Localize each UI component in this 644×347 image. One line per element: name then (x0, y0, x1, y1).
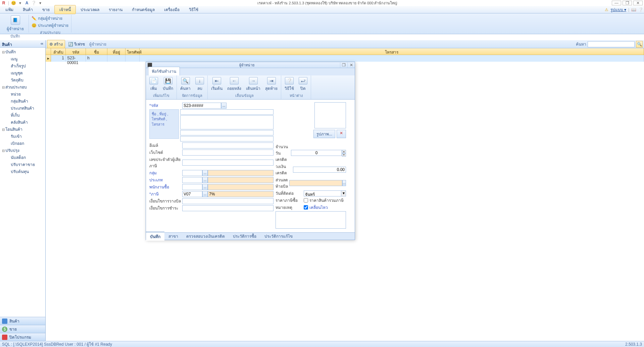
warning-icon[interactable]: ⚠ (605, 7, 608, 12)
tree-node[interactable]: เมนู (1, 55, 45, 62)
grid-row[interactable]: ▸ 1 S23-00001 h (46, 55, 644, 62)
col-seq[interactable]: ลำดับ (51, 48, 66, 55)
tree-node[interactable]: ที่เก็บ (1, 112, 45, 119)
tree-node[interactable]: ปรับต้นทุน (1, 168, 45, 175)
minimize-btn[interactable]: — (612, 1, 621, 5)
credit-limit-input[interactable] (293, 167, 346, 173)
ribbon-vendor-group[interactable]: ✏️กลุ่มผู้จำหน่าย (32, 15, 68, 22)
tree-node[interactable]: คลังสินค้า (1, 119, 45, 126)
style-link[interactable]: รูปแบบ ▾ (610, 6, 626, 13)
email-input[interactable] (182, 142, 274, 149)
tree-node[interactable]: ส่วนประกอบ (1, 83, 45, 91)
menu-report[interactable]: รายงาน (104, 5, 127, 14)
bill-discount-lookup[interactable]: … (342, 180, 346, 186)
phone-input[interactable] (180, 130, 274, 135)
tree-node[interactable]: ประเภทสินค้า (1, 105, 45, 112)
col-address[interactable]: ที่อยู่ (107, 48, 126, 55)
group-code-input[interactable] (182, 170, 202, 176)
tree-node[interactable]: กลุ่มสินค้า (1, 98, 45, 105)
pay-input[interactable] (182, 205, 274, 211)
dropdown-icon-2[interactable]: ▾ (38, 1, 43, 5)
refresh-btn[interactable]: 🔄รีเฟรช (66, 40, 87, 48)
tree-node[interactable]: วัตถุดิบ (1, 76, 45, 83)
chevron-down-icon[interactable]: ▾ (341, 191, 346, 196)
ribbon-btn-วิธีใช้[interactable]: ❔วิธีใช้ (283, 76, 296, 93)
search-btn[interactable]: 🔍 (636, 41, 643, 48)
help-icon-2[interactable]: ❔ (638, 7, 643, 12)
ribbon-btn-ถอยหลัง[interactable]: ←ถอยหลัง (225, 76, 243, 93)
tab-purchase-history[interactable]: ประวัติการซื้อ (229, 232, 260, 240)
remark-textarea[interactable] (276, 211, 346, 229)
name-input[interactable] (180, 109, 274, 115)
col-code[interactable]: รหัส (66, 48, 86, 55)
tab-save[interactable]: บันทึก (146, 232, 164, 241)
book-icon[interactable]: 📖 (631, 7, 636, 12)
tree-node[interactable]: ปรับราคาขาย (1, 161, 45, 168)
help-icon[interactable]: ❔ (31, 1, 36, 5)
buyer-lookup[interactable]: … (202, 184, 208, 190)
dialog-maximize[interactable]: ❐ (340, 62, 347, 68)
tree-node[interactable]: ปรับปรุง (1, 147, 45, 154)
ribbon-btn-เพิ่ม[interactable]: 📄เพิ่ม (147, 76, 160, 93)
dropdown-icon[interactable]: ▾ (18, 1, 22, 5)
menu-creditor[interactable]: เจ้าหนี้ (54, 5, 76, 14)
credit-days-spinner[interactable]: ▴▾ (291, 150, 346, 157)
active-check[interactable]: เคลื่อนไหว (304, 204, 328, 211)
tree-node[interactable]: รับเข้า (1, 133, 45, 140)
image-delete-btn[interactable]: ✕ (337, 130, 346, 138)
outlook-btn-product[interactable]: สินค้า (0, 317, 45, 325)
close-btn[interactable]: ✕ (633, 1, 643, 5)
group-lookup[interactable]: … (202, 170, 208, 176)
outlook-btn-close[interactable]: ปิดโปรแกรม (0, 333, 45, 341)
contact-day-combo[interactable]: จันทร์▾ (304, 190, 346, 196)
chevron-left-icon[interactable]: ‹‹ (41, 41, 43, 46)
type-code-input[interactable] (182, 177, 202, 183)
menu-product[interactable]: สินค้า (18, 5, 38, 14)
tab-credit-check[interactable]: ตรวจสอบวงเงินเครดิต (182, 232, 229, 240)
ribbon-btn-ปิด[interactable]: ⮐ปิด (297, 76, 309, 93)
tree-node[interactable]: โอนสินค้า (1, 126, 45, 133)
deposit-input[interactable] (182, 198, 274, 204)
emoji-icon[interactable]: 😊 (11, 1, 16, 5)
menu-sale[interactable]: ขาย (38, 5, 54, 14)
bill-discount-input[interactable] (289, 180, 342, 186)
ribbon-btn-ค้นหา[interactable]: 🔍ค้นหา (178, 76, 193, 93)
tree-node[interactable]: หน่วย (1, 91, 45, 98)
buyer-code-input[interactable] (182, 184, 202, 190)
tree-node[interactable]: เบิกออก (1, 140, 45, 147)
menu-file[interactable]: แฟ้ม (1, 5, 18, 14)
ribbon-btn-บันทึก[interactable]: 💾บันทึก (161, 76, 175, 93)
maximize-btn[interactable]: ❐ (623, 1, 632, 5)
outlook-btn-sale[interactable]: $ขาย (0, 325, 45, 333)
create-btn[interactable]: ⚙สร้าง (47, 40, 65, 48)
tree-node[interactable]: บันทึก (1, 48, 45, 55)
menu-process[interactable]: ประมวลผล (76, 5, 104, 14)
fax-input[interactable] (180, 136, 274, 141)
ribbon-vendor-btn[interactable]: 📘 ผู้จำหน่าย (5, 15, 26, 33)
taxid-input[interactable] (182, 160, 274, 166)
image-btn[interactable]: รูปภาพ... (313, 130, 335, 138)
search-input[interactable] (588, 41, 635, 47)
code-lookup[interactable]: … (221, 103, 227, 109)
ribbon-btn-เริ่มต้น[interactable]: ⇤เริ่มต้น (209, 76, 225, 93)
tax-code-input[interactable] (182, 191, 202, 197)
menu-tools[interactable]: เครื่องมือ (159, 5, 184, 14)
tab-edit-history[interactable]: ประวัติการแก้ไข (260, 232, 297, 240)
code-input[interactable] (182, 103, 221, 109)
col-fax[interactable]: โทรสาร (140, 48, 644, 55)
type-lookup[interactable]: … (202, 177, 208, 183)
tree-node[interactable]: เมนูชุด (1, 69, 45, 76)
menu-help[interactable]: วิธีใช้ (184, 5, 203, 14)
tab-branch[interactable]: สาขา (164, 232, 182, 240)
website-input[interactable] (182, 150, 274, 156)
dialog-tab-functions[interactable]: ฟังก์ชันทำงาน (148, 67, 180, 75)
col-phone[interactable]: โทรศัพท์ (126, 48, 140, 55)
col-name[interactable]: ชื่อ (86, 48, 107, 55)
dialog-close[interactable]: ✕ (347, 62, 355, 68)
menu-config[interactable]: กำหนดข้อมูล (127, 5, 159, 14)
price-incl-check[interactable]: ราคาสินค้ารวมภาษี (304, 197, 344, 204)
font-icon[interactable]: A (24, 1, 29, 5)
tree-node[interactable]: นับสต็อก (1, 154, 45, 161)
tree-node[interactable]: สำเร็จรูป (1, 62, 45, 69)
ribbon-btn-เดินหน้า[interactable]: →เดินหน้า (244, 76, 262, 93)
